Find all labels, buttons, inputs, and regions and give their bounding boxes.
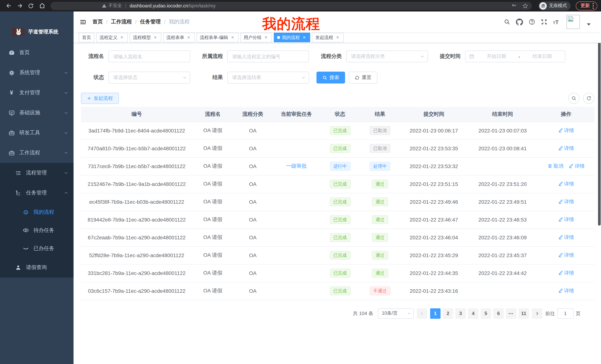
tab-item[interactable]: 发起流程×	[312, 33, 344, 42]
page-number-button[interactable]: 4	[468, 308, 478, 318]
next-page-button[interactable]	[532, 308, 542, 318]
cell-name: OA 请假	[192, 211, 233, 229]
bookmark-star-icon[interactable]	[522, 3, 528, 9]
detail-button[interactable]: 详情	[569, 163, 585, 170]
page-more-button[interactable]: •••	[506, 308, 516, 318]
address-bar[interactable]: 不安全 dashboard.yudao.iocoder.cn/bpm/task/…	[50, 2, 532, 10]
back-icon[interactable]	[4, 1, 13, 10]
search-icon	[322, 75, 327, 80]
detail-button[interactable]: 详情	[558, 145, 574, 152]
fullscreen-icon[interactable]	[541, 19, 547, 25]
sidebar-item-workflow[interactable]: 工作流程	[0, 143, 74, 163]
sidebar-item-done-tasks[interactable]: 已办任务	[0, 239, 74, 258]
reset-button[interactable]: 重置	[349, 72, 377, 84]
close-icon[interactable]: ×	[153, 35, 158, 40]
sidebar-item-payment[interactable]: ¥ 支付管理	[0, 83, 74, 103]
process-definition-input[interactable]	[227, 50, 309, 62]
tab-item-active[interactable]: 我的流程×	[274, 33, 310, 42]
cell-category: OA	[233, 282, 272, 300]
page-number-button[interactable]: 2	[443, 308, 453, 318]
scrollbar-thumb[interactable]	[598, 25, 601, 226]
close-icon[interactable]: ×	[335, 35, 340, 40]
scrollbar[interactable]	[598, 23, 601, 364]
search-icon[interactable]	[503, 19, 510, 25]
cell-task	[272, 211, 321, 229]
detail-button[interactable]: 详情	[558, 287, 574, 294]
detail-button[interactable]: 详情	[558, 216, 574, 223]
font-size-icon[interactable]: TT	[553, 19, 559, 25]
tab-item[interactable]: 流程表单×	[163, 33, 195, 42]
process-table: 编号 流程名 流程分类 当前审批任务 状态 结果 提交时间 结束时间 操作 3a…	[81, 107, 594, 300]
tab-item[interactable]: 流程表单-编辑×	[197, 33, 239, 42]
status-select[interactable]: 请选择状态	[109, 72, 190, 84]
page-number-button[interactable]: 6	[493, 308, 504, 318]
detail-button[interactable]: 详情	[558, 252, 574, 259]
sidebar-item-infra[interactable]: 基础设施	[0, 103, 74, 123]
breadcrumb-task-mgmt[interactable]: 任务管理	[140, 19, 161, 25]
cell-end-time: 2022-01-22 23:46:53	[467, 211, 538, 229]
forward-icon[interactable]	[15, 1, 25, 10]
cell-category: OA	[233, 157, 272, 175]
chevron-up-icon	[64, 151, 68, 155]
cancel-button[interactable]: 取消	[548, 163, 563, 170]
sidebar-item-process-mgmt[interactable]: 流程管理	[0, 163, 74, 183]
page-number-button[interactable]: 1	[430, 308, 441, 318]
page-size-select[interactable]: 10条/页	[378, 308, 414, 318]
update-button[interactable]: 更新	[576, 1, 597, 10]
tab-item[interactable]: 首页	[79, 33, 94, 42]
edit-icon	[558, 146, 563, 151]
category-select[interactable]: 请选择流程分类	[346, 50, 428, 62]
prev-page-button[interactable]	[417, 308, 427, 318]
tab-item[interactable]: 用户分组×	[240, 33, 272, 42]
cell-status: 已完成	[321, 246, 360, 264]
status-badge: 已完成	[330, 233, 351, 242]
chevron-down-icon[interactable]	[587, 23, 591, 26]
close-icon[interactable]: ×	[263, 35, 269, 40]
page-number-button[interactable]: 3	[455, 308, 466, 318]
sidebar-item-leave-query[interactable]: 请假查询	[0, 258, 74, 278]
create-process-button[interactable]: 发起流程	[81, 93, 119, 104]
close-icon[interactable]: ×	[119, 35, 124, 40]
avatar[interactable]	[566, 15, 580, 29]
home-icon[interactable]	[37, 1, 47, 10]
breadcrumb-home[interactable]: 首页	[92, 19, 103, 25]
browser-menu-icon[interactable]	[592, 3, 594, 9]
detail-button[interactable]: 详情	[558, 181, 574, 187]
result-select[interactable]: 请选择流结果	[227, 72, 309, 84]
breadcrumb-workflow[interactable]: 工作流程	[111, 19, 132, 25]
detail-button[interactable]: 详情	[558, 234, 574, 241]
detail-button[interactable]: 详情	[558, 199, 574, 205]
sidebar-item-todo-tasks[interactable]: 待办任务	[0, 221, 74, 239]
hamburger-icon[interactable]	[80, 18, 87, 25]
github-icon[interactable]	[516, 18, 523, 25]
detail-button[interactable]: 详情	[558, 270, 574, 277]
cell-result: 已取消	[360, 122, 401, 140]
cell-result: 通过	[360, 229, 401, 246]
sidebar-item-system[interactable]: 系统管理	[0, 63, 74, 83]
cell-category: OA	[233, 193, 272, 211]
help-icon[interactable]	[528, 19, 535, 25]
page-number-button[interactable]: 5	[481, 308, 491, 318]
sidebar-item-devtools[interactable]: 研发工具	[0, 123, 74, 143]
tab-item[interactable]: 流程模型×	[130, 33, 161, 42]
tab-item[interactable]: 流程定义×	[96, 33, 128, 42]
page-number-button[interactable]: 11	[519, 308, 529, 318]
cell-end-time: 2022-01-22 23:44:42	[467, 264, 538, 282]
close-icon[interactable]: ×	[186, 35, 191, 40]
close-icon[interactable]: ×	[302, 35, 307, 40]
refresh-button[interactable]	[583, 93, 594, 104]
sidebar-item-task-mgmt[interactable]: 任务管理	[0, 183, 74, 203]
reload-icon[interactable]	[26, 1, 36, 10]
key-icon[interactable]	[511, 3, 517, 9]
process-name-input[interactable]	[109, 50, 190, 62]
search-button[interactable]: 搜索	[316, 72, 345, 84]
table-header-row: 编号 流程名 流程分类 当前审批任务 状态 结果 提交时间 结束时间 操作	[81, 107, 594, 122]
page-jump-input[interactable]	[557, 308, 573, 318]
current-task-link[interactable]: 一级审批	[286, 163, 307, 170]
sidebar-item-my-process[interactable]: 我的流程	[0, 203, 74, 221]
detail-button[interactable]: 详情	[558, 127, 574, 134]
submit-time-range-picker[interactable]: 开始日期 - 结束日期	[465, 50, 565, 62]
show-search-button[interactable]	[568, 93, 580, 104]
sidebar-item-home[interactable]: 首页	[0, 43, 74, 63]
close-icon[interactable]: ×	[230, 35, 235, 40]
